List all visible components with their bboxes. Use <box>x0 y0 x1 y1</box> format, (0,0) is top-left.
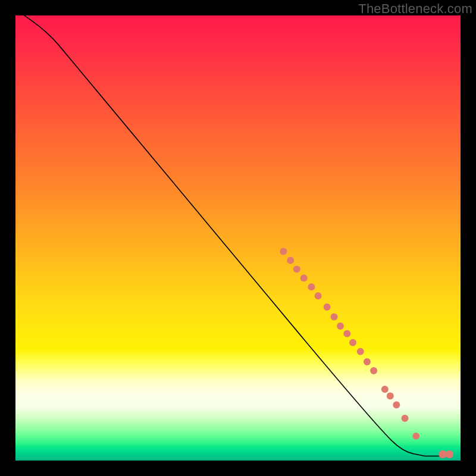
data-point <box>364 358 371 365</box>
data-point <box>370 367 377 374</box>
data-point <box>324 303 331 311</box>
data-point <box>308 283 315 290</box>
data-point <box>393 402 400 409</box>
data-point <box>446 450 453 458</box>
data-point <box>402 415 409 422</box>
data-point <box>412 433 419 440</box>
plot-area <box>15 15 461 461</box>
data-point <box>287 256 294 264</box>
data-point <box>387 393 394 400</box>
data-point <box>280 248 287 255</box>
data-point <box>343 330 350 337</box>
chart-frame: TheBottleneck.com <box>0 0 476 476</box>
data-point <box>349 339 356 346</box>
data-point <box>357 348 364 355</box>
data-point <box>315 292 322 299</box>
data-point <box>337 322 344 330</box>
data-point <box>293 265 300 273</box>
points-layer <box>15 15 461 461</box>
data-point <box>300 274 308 281</box>
data-point <box>331 313 338 320</box>
watermark-label: TheBottleneck.com <box>358 1 472 17</box>
data-point <box>381 386 389 393</box>
